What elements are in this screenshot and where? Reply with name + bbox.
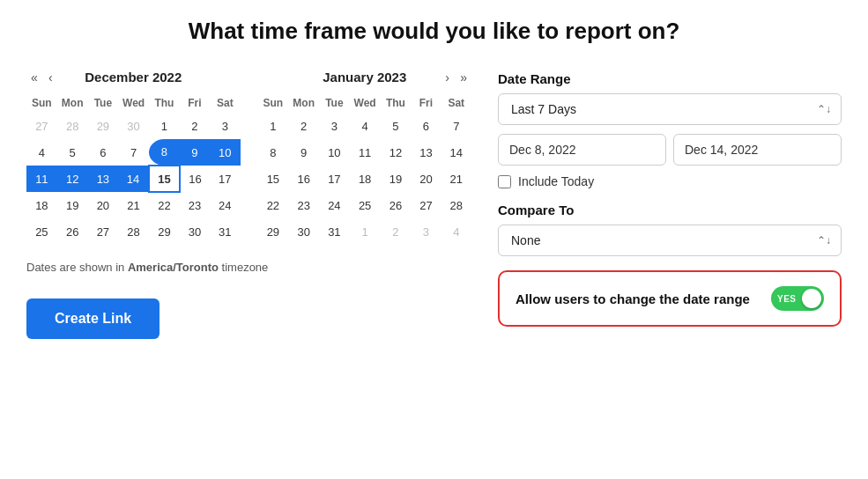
- calendar-day[interactable]: 31: [319, 218, 350, 245]
- calendar-day[interactable]: 15: [149, 166, 180, 192]
- timezone-note: Dates are shown in America/Toronto timez…: [26, 261, 471, 274]
- calendar-day[interactable]: 8: [258, 139, 289, 166]
- calendar-day[interactable]: 11: [350, 139, 381, 166]
- calendar-day[interactable]: 6: [88, 139, 119, 166]
- calendar-day[interactable]: 10: [210, 139, 240, 166]
- calendar-day[interactable]: 26: [57, 218, 88, 245]
- calendar-day[interactable]: 27: [411, 192, 441, 218]
- calendar-day[interactable]: 4: [350, 113, 381, 139]
- dow-cell: Tue: [88, 93, 119, 113]
- calendar-day[interactable]: 1: [149, 113, 180, 139]
- calendar-day[interactable]: 31: [210, 218, 240, 245]
- calendar-day[interactable]: 18: [350, 166, 381, 192]
- compare-to-select[interactable]: NonePrevious PeriodPrevious Year: [498, 225, 842, 256]
- calendar-day[interactable]: 3: [411, 218, 441, 245]
- calendar-month-left: December 2022: [85, 70, 182, 85]
- calendar-day[interactable]: 2: [288, 113, 319, 139]
- calendar-day[interactable]: 7: [441, 113, 471, 139]
- calendar-day[interactable]: 3: [319, 113, 350, 139]
- include-today-label: Include Today: [518, 174, 594, 188]
- calendar-day[interactable]: 27: [88, 218, 119, 245]
- calendar-day[interactable]: 29: [88, 113, 119, 139]
- calendar-day[interactable]: 25: [350, 192, 381, 218]
- calendar-day[interactable]: 4: [441, 218, 471, 245]
- calendar-day[interactable]: 13: [411, 139, 441, 166]
- calendar-day[interactable]: 19: [381, 166, 412, 192]
- calendar-day[interactable]: 30: [180, 218, 210, 245]
- calendar-day[interactable]: 2: [180, 113, 210, 139]
- calendar-day[interactable]: 19: [57, 192, 88, 218]
- calendar-day[interactable]: 24: [210, 192, 240, 218]
- next-next-button[interactable]: »: [456, 69, 471, 86]
- compare-to-select-wrapper: NonePrevious PeriodPrevious Year ⌃↓: [498, 225, 842, 256]
- calendar-day[interactable]: 1: [258, 113, 289, 139]
- calendar-day[interactable]: 29: [149, 218, 180, 245]
- calendar-day[interactable]: 23: [180, 192, 210, 218]
- calendar-day[interactable]: 8: [149, 139, 180, 166]
- calendar-day[interactable]: 22: [258, 192, 289, 218]
- calendar-day[interactable]: 2: [381, 218, 412, 245]
- calendar-day[interactable]: 3: [210, 113, 240, 139]
- calendar-day[interactable]: 11: [26, 166, 57, 192]
- calendar-day[interactable]: 1: [350, 218, 381, 245]
- calendar-day[interactable]: 20: [88, 192, 119, 218]
- toggle-thumb: [802, 289, 821, 308]
- page-title: What time frame would you like to report…: [26, 18, 842, 45]
- dow-cell: Sat: [441, 93, 471, 113]
- prev-prev-button[interactable]: «: [26, 69, 42, 86]
- calendar-day[interactable]: 25: [26, 218, 57, 245]
- include-today-checkbox[interactable]: [498, 175, 511, 188]
- calendar-day[interactable]: 21: [441, 166, 471, 192]
- calendar-header-right: January 2023 › »: [258, 70, 472, 85]
- calendar-day[interactable]: 16: [180, 166, 210, 192]
- calendar-december: « ‹ December 2022 SunMonTueWedThuFriSat …: [26, 70, 241, 245]
- calendar-day[interactable]: 14: [441, 139, 471, 166]
- calendar-grid-left: SunMonTueWedThuFriSat 272829301234567891…: [26, 93, 241, 245]
- dow-cell: Mon: [57, 93, 88, 113]
- calendar-day[interactable]: 23: [288, 192, 319, 218]
- calendar-day[interactable]: 9: [180, 139, 210, 166]
- prev-button[interactable]: ‹: [44, 69, 57, 86]
- calendar-day[interactable]: 16: [288, 166, 319, 192]
- dow-cell: Wed: [350, 93, 381, 113]
- calendar-day[interactable]: 4: [26, 139, 57, 166]
- dow-cell: Wed: [118, 93, 149, 113]
- calendar-day[interactable]: 6: [411, 113, 441, 139]
- calendar-day[interactable]: 9: [288, 139, 319, 166]
- next-button[interactable]: ›: [441, 69, 454, 86]
- calendar-day[interactable]: 13: [88, 166, 119, 192]
- calendar-day[interactable]: 28: [57, 113, 88, 139]
- calendar-day[interactable]: 12: [381, 139, 412, 166]
- calendar-day[interactable]: 17: [210, 166, 240, 192]
- calendar-day[interactable]: 5: [57, 139, 88, 166]
- create-link-button[interactable]: Create Link: [26, 298, 160, 339]
- toggle-track[interactable]: YES: [771, 286, 824, 311]
- calendar-day[interactable]: 18: [26, 192, 57, 218]
- date-range-select[interactable]: Last 7 DaysLast 14 DaysLast 30 DaysLast …: [498, 93, 842, 125]
- calendar-day[interactable]: 15: [258, 166, 289, 192]
- calendar-day[interactable]: 5: [381, 113, 412, 139]
- calendar-day[interactable]: 28: [118, 218, 149, 245]
- calendar-day[interactable]: 26: [381, 192, 412, 218]
- calendar-day[interactable]: 30: [288, 218, 319, 245]
- right-panel: Date Range Last 7 DaysLast 14 DaysLast 3…: [498, 70, 842, 327]
- calendar-section: « ‹ December 2022 SunMonTueWedThuFriSat …: [26, 70, 471, 339]
- calendar-january: January 2023 › » SunMonTueWedThuFriSat 1…: [258, 70, 472, 245]
- calendar-day[interactable]: 10: [319, 139, 350, 166]
- calendar-day[interactable]: 30: [118, 113, 149, 139]
- calendar-day[interactable]: 7: [118, 139, 149, 166]
- toggle-wrapper[interactable]: YES: [771, 286, 824, 311]
- calendar-day[interactable]: 20: [411, 166, 441, 192]
- calendar-day[interactable]: 27: [26, 113, 57, 139]
- calendar-day[interactable]: 21: [118, 192, 149, 218]
- allow-change-text: Allow users to change the date range: [516, 291, 750, 306]
- calendar-grid-right: SunMonTueWedThuFriSat 123456789101112131…: [258, 93, 472, 245]
- calendar-day[interactable]: 17: [319, 166, 350, 192]
- calendar-day[interactable]: 12: [57, 166, 88, 192]
- calendar-day[interactable]: 14: [118, 166, 149, 192]
- calendar-day[interactable]: 28: [441, 192, 471, 218]
- calendar-day[interactable]: 24: [319, 192, 350, 218]
- calendar-day[interactable]: 22: [149, 192, 180, 218]
- calendar-day[interactable]: 29: [258, 218, 289, 245]
- dow-cell: Mon: [288, 93, 319, 113]
